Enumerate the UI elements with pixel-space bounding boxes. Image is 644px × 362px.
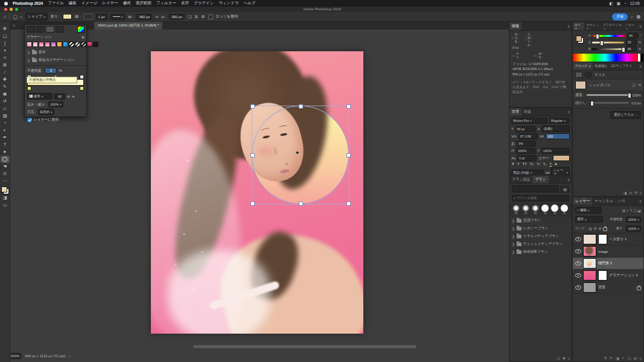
menu-help[interactable]: ヘルプ [243, 1, 255, 6]
adjustment-layer-icon[interactable]: ◐ [622, 356, 625, 360]
horizontal-scrollbar[interactable] [193, 345, 416, 348]
new-group-icon[interactable]: ❏ [556, 356, 560, 360]
status-icon-2[interactable]: ▦ [617, 1, 620, 6]
delete-icon[interactable]: ▯ [568, 356, 570, 360]
search-icon[interactable]: ⌕ [631, 14, 633, 19]
healing-brush-tool[interactable]: ✚ [1, 76, 10, 83]
blend-mode-select[interactable]: 通常 ▾ [575, 216, 603, 223]
ellipse-path-outline[interactable] [252, 106, 349, 205]
layer-name[interactable]: 背景 [598, 285, 605, 290]
ellipse-shape-tool[interactable]: ◯ [1, 156, 10, 163]
menu-type[interactable]: 書式 [123, 1, 131, 6]
tab-swatches[interactable]: スウォッチ [584, 22, 601, 30]
chevron-right-icon[interactable]: ❯ [27, 51, 30, 54]
gear-icon[interactable]: ⚙ [81, 36, 84, 39]
menu-view[interactable]: 表示 [181, 1, 189, 6]
eraser-tool[interactable]: ▱ [1, 105, 10, 112]
gradient-swatch[interactable] [93, 42, 98, 47]
tab-brush-settings[interactable]: ブラシ設定 [509, 176, 532, 183]
kerning-field[interactable]: 67 1/36 [518, 133, 538, 139]
home-icon[interactable]: ⌂ [4, 14, 6, 19]
faux-italic-button[interactable]: T [517, 162, 520, 166]
panel-menu-icon[interactable]: ≡ [637, 65, 643, 68]
edit-toolbar-icon[interactable]: ⋯ [1, 177, 10, 185]
layer-effects-icon[interactable]: fx [610, 356, 613, 360]
baseline-shift-field[interactable]: 0 pt [517, 155, 537, 161]
tab-brushes[interactable]: ブラシ [532, 176, 548, 183]
soft-brush-preview[interactable] [532, 205, 539, 212]
transform-handle-se[interactable] [346, 202, 351, 206]
gradient-folder-recent[interactable]: ❯ 最近のグラデーション [25, 56, 86, 64]
path-alignment-icon[interactable]: ≣ [194, 14, 198, 19]
eyedropper-tool[interactable]: ∕ [1, 69, 10, 76]
brush-stroke-preview-icon[interactable]: ▨ [561, 186, 569, 192]
brush-name-field[interactable] [512, 185, 559, 192]
soft-brush-preview[interactable] [522, 205, 529, 212]
horizontal-scale-field[interactable]: 100% [541, 148, 570, 154]
menu-select[interactable]: 選択範囲 [136, 1, 151, 6]
tsume-field[interactable]: 0% [517, 141, 536, 147]
menu-file[interactable]: ファイル [48, 1, 64, 6]
brush-folder-general[interactable]: ❯ 汎用ブラシ [509, 217, 572, 224]
menu-edit[interactable]: 編集 [69, 1, 77, 6]
menu-plugins[interactable]: プラグイン [194, 1, 214, 6]
gradient-fill-button[interactable] [46, 26, 54, 33]
solid-fill-button[interactable] [36, 26, 45, 33]
underline-button[interactable]: T [549, 162, 552, 166]
filter-pixel-icon[interactable]: ▨ [622, 209, 625, 212]
opacity-stop-right[interactable] [80, 75, 84, 79]
layer-thumbnail[interactable] [583, 270, 596, 281]
layer-thumbnail[interactable] [583, 234, 596, 244]
menu-filter[interactable]: フィルター [156, 1, 176, 6]
add-mask-icon[interactable]: ◨ [616, 356, 619, 360]
history-brush-tool[interactable]: ↺ [1, 98, 10, 105]
color-panel-swatches[interactable] [576, 36, 584, 43]
zoom-level-field[interactable]: 100% [8, 353, 21, 359]
stroke-swatch[interactable] [84, 14, 93, 19]
feather-slider[interactable] [590, 102, 629, 104]
gradient-swatch[interactable] [27, 42, 32, 47]
canvas-document[interactable]: ✦ [151, 51, 363, 334]
link-layers-icon[interactable]: ⧉ [604, 356, 607, 360]
shape-width-field[interactable]: 382 px [136, 14, 152, 20]
dodge-tool[interactable]: ◐ [1, 127, 10, 134]
type-tool[interactable]: T [1, 141, 10, 148]
pattern-fill-button[interactable] [56, 26, 64, 33]
layer-name[interactable]: ベタ塗り 1 [609, 237, 626, 242]
color-stop-left[interactable] [27, 86, 31, 91]
hard-brush-preview[interactable] [541, 205, 549, 212]
align-edges-checkbox[interactable] [208, 14, 213, 19]
soft-brush-preview[interactable] [512, 205, 520, 212]
font-style-select[interactable]: Regular ▾ [549, 118, 570, 124]
gradient-swatch[interactable] [81, 42, 86, 47]
layer-row-ellipse[interactable]: 楕円形 1 [573, 258, 643, 270]
object-selection-tool[interactable]: ⌖ [1, 47, 10, 54]
mask-view-icon[interactable]: ⊙ [629, 191, 632, 195]
gear-icon[interactable]: ⚙ [201, 14, 205, 19]
chevron-right-icon[interactable]: ❯ [27, 59, 30, 62]
brightness-slider[interactable] [592, 48, 623, 50]
tracking-field[interactable]: 100 [546, 133, 570, 139]
align-to-layer-checkbox[interactable] [27, 118, 32, 122]
color-spectrum-bar[interactable] [573, 54, 643, 62]
transform-handle-nw[interactable] [250, 104, 255, 109]
foreground-color-swatch[interactable] [576, 36, 582, 42]
layer-mask-thumbnail[interactable] [598, 234, 607, 244]
gradient-angle-field[interactable]: 90 [54, 94, 65, 100]
shape-height-field[interactable]: 382 px [169, 14, 185, 20]
pen-tool[interactable]: ✒ [1, 134, 10, 141]
stroke-width-field[interactable]: 1 px [96, 14, 107, 20]
gradient-swatch[interactable] [63, 42, 68, 47]
zoom-tool[interactable]: ⊙ [1, 170, 10, 177]
brush-search-input[interactable]: ⌕ ブラシを検索 [512, 195, 569, 202]
panel-menu-icon[interactable]: ≡ [566, 178, 572, 182]
hard-brush-preview[interactable] [561, 205, 568, 212]
gradient-swatch[interactable] [51, 42, 56, 47]
opacity-field[interactable]: 0 [45, 68, 57, 74]
lock-position-icon[interactable]: ⊞ [599, 227, 602, 230]
font-size-field[interactable]: 50 pt [515, 126, 536, 132]
tab-properties[interactable]: プロパティ [573, 62, 593, 70]
transform-handle-s[interactable] [299, 202, 303, 206]
mask-enable-icon[interactable]: ◨ [623, 191, 627, 195]
color-stop-right[interactable] [80, 86, 84, 91]
